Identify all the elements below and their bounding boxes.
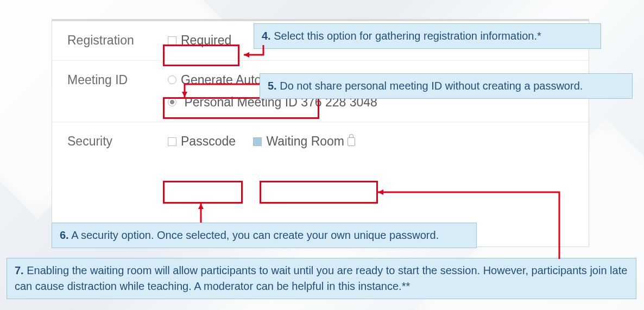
highlight-generate-auto	[163, 97, 319, 119]
callout-5: 5. Do not share personal meeting ID with…	[260, 73, 633, 99]
callout-7-num: 7.	[15, 264, 24, 276]
callout-4-text: Select this option for gathering registr…	[274, 30, 541, 42]
callout-6-text: A security option. Once selected, you ca…	[71, 229, 439, 241]
checkbox-icon	[168, 137, 176, 146]
option-passcode-text: Passcode	[181, 134, 236, 149]
callout-4: 4. Select this option for gathering regi…	[254, 23, 601, 49]
highlight-passcode	[163, 181, 243, 204]
lock-icon	[348, 137, 355, 146]
option-waiting-room-text: Waiting Room	[266, 134, 344, 149]
callout-6: 6. A security option. Once selected, you…	[52, 223, 477, 248]
checkbox-icon	[168, 36, 176, 45]
highlight-waiting-room	[260, 181, 378, 204]
label-meeting-id: Meeting ID	[67, 73, 168, 87]
callout-4-num: 4.	[262, 30, 271, 42]
checkbox-icon	[253, 137, 262, 146]
row-security: Security Passcode Waiting Room	[52, 122, 589, 161]
callout-6-num: 6.	[60, 229, 69, 241]
callout-7-text: Enabling the waiting room will allow par…	[15, 264, 627, 292]
label-registration: Registration	[67, 33, 168, 48]
option-passcode[interactable]: Passcode	[168, 134, 236, 149]
callout-5-text: Do not share personal meeting ID without…	[280, 80, 583, 92]
callout-5-num: 5.	[268, 80, 277, 92]
settings-panel: Registration Required Meeting ID Generat…	[52, 19, 589, 247]
option-waiting-room[interactable]: Waiting Room	[253, 134, 355, 149]
radio-icon	[168, 75, 176, 84]
callout-7: 7. Enabling the waiting room will allow …	[7, 258, 636, 299]
highlight-required	[163, 45, 239, 66]
label-security: Security	[67, 134, 168, 149]
